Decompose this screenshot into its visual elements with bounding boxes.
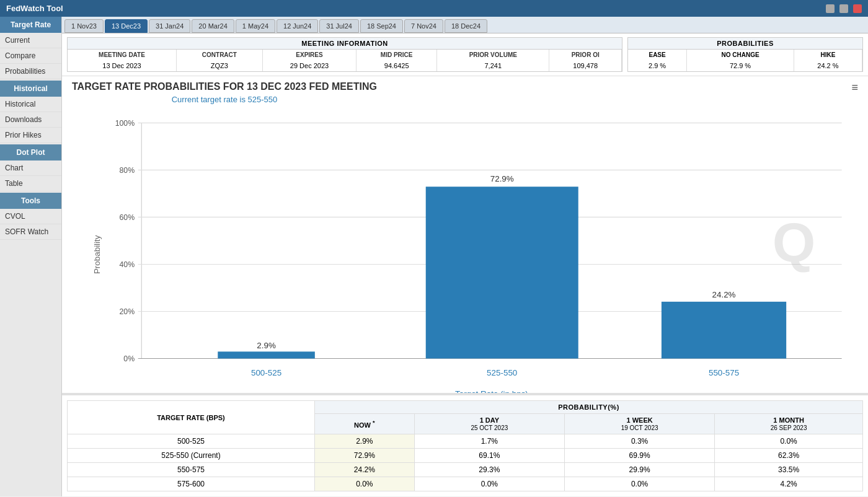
bar-xlabel-550-575: 550-575	[709, 368, 739, 377]
target-rate-header: TARGET RATE (BPS)	[68, 401, 315, 434]
tab-1-May24[interactable]: 1 May24	[236, 19, 275, 33]
close-button[interactable]	[853, 4, 862, 13]
bar-xlabel-500-525: 500-525	[251, 368, 281, 377]
sidebar-item-current[interactable]: Current	[0, 33, 61, 48]
sidebar-section-historical[interactable]: Historical	[0, 81, 61, 97]
watermark: Q	[773, 211, 816, 273]
sidebar-section-target-rate[interactable]: Target Rate	[0, 17, 61, 33]
bar-500-525	[218, 351, 315, 358]
bar-label-525-550: 72.9%	[490, 174, 514, 183]
sidebar-item-table[interactable]: Table	[0, 176, 61, 191]
table-row: 525-550 (Current)72.9%69.1%69.9%62.3%	[68, 449, 863, 463]
sidebar-item-historical[interactable]: Historical	[0, 97, 61, 112]
app-title: FedWatch Tool	[6, 4, 63, 13]
tab-12-Jun24[interactable]: 12 Jun24	[277, 19, 318, 33]
svg-text:20%: 20%	[120, 307, 135, 316]
1day-column-header: 1 DAY25 OCT 2023	[414, 414, 564, 434]
x-axis-label: Target Rate (in bps)	[455, 389, 528, 393]
1week-column-header: 1 WEEK19 OCT 2023	[564, 414, 714, 434]
chart-menu-icon[interactable]: ≡	[851, 81, 858, 94]
bar-xlabel-525-550: 525-550	[487, 368, 517, 377]
tab-31-Jul24[interactable]: 31 Jul24	[319, 19, 359, 33]
tab-20-Mar24[interactable]: 20 Mar24	[192, 19, 234, 33]
app-container: Target Rate Current Compare Probabilitie…	[0, 17, 868, 496]
sidebar-item-downloads[interactable]: Downloads	[0, 112, 61, 128]
svg-text:80%: 80%	[120, 166, 135, 175]
tab-18-Dec24[interactable]: 18 Dec24	[445, 19, 487, 33]
meeting-info-header: MEETING INFORMATION	[68, 38, 622, 50]
sidebar-section-dotplot[interactable]: Dot Plot	[0, 144, 61, 161]
probabilities-panel: PROBABILITIES EASENO CHANGEHIKE 2.9 %72.…	[627, 37, 863, 72]
probabilities-header: PROBABILITIES	[628, 38, 862, 50]
tab-18-Sep24[interactable]: 18 Sep24	[360, 19, 403, 33]
svg-text:0%: 0%	[123, 354, 135, 363]
table-row: 500-5252.9%1.7%0.3%0.0%	[68, 434, 863, 449]
svg-text:60%: 60%	[120, 213, 135, 222]
chart-area: MEETING INFORMATION MEETING DATECONTRACT…	[62, 33, 868, 393]
svg-text:100%: 100%	[115, 119, 135, 128]
bar-label-500-525: 2.9%	[257, 341, 276, 350]
sidebar: Target Rate Current Compare Probabilitie…	[0, 17, 62, 496]
sidebar-item-sofr-watch[interactable]: SOFR Watch	[0, 224, 61, 240]
chart-title-area: TARGET RATE PROBABILITIES FOR 13 DEC 202…	[62, 76, 868, 104]
sidebar-item-probabilities[interactable]: Probabilities	[0, 64, 61, 79]
sidebar-item-cvol[interactable]: CVOL	[0, 209, 61, 224]
svg-text:40%: 40%	[120, 260, 135, 269]
chart-title: TARGET RATE PROBABILITIES FOR 13 DEC 202…	[72, 81, 377, 92]
bottom-table-area: TARGET RATE (BPS) PROBABILITY(%) NOW * 1…	[62, 393, 868, 496]
probabilities-table: EASENO CHANGEHIKE 2.9 %72.9 %24.2 %	[628, 50, 862, 71]
tabs-row: 1 Nov2313 Dec2331 Jan2420 Mar241 May2412…	[62, 17, 868, 33]
probability-header: PROBABILITY(%)	[314, 401, 862, 414]
sidebar-item-chart[interactable]: Chart	[0, 161, 61, 176]
bar-525-550	[426, 187, 578, 358]
meeting-info-section: MEETING INFORMATION MEETING DATECONTRACT…	[62, 33, 868, 76]
1month-column-header: 1 MONTH26 SEP 2023	[715, 414, 863, 434]
tab-31-Jan24[interactable]: 31 Jan24	[149, 19, 190, 33]
bar-chart-container: Probability 100% 80% 60% 40%	[62, 104, 868, 393]
table-row: 550-57524.2%29.3%29.9%33.5%	[68, 463, 863, 477]
table-row: 575-6000.0%0.0%0.0%4.2%	[68, 477, 863, 491]
sidebar-section-tools[interactable]: Tools	[0, 193, 61, 209]
bar-label-550-575: 24.2%	[712, 290, 736, 299]
sidebar-item-prior-hikes[interactable]: Prior Hikes	[0, 128, 61, 143]
bottom-probability-table: TARGET RATE (BPS) PROBABILITY(%) NOW * 1…	[67, 400, 863, 491]
tab-7-Nov24[interactable]: 7 Nov24	[404, 19, 443, 33]
maximize-button[interactable]	[839, 4, 848, 13]
current-rate-label: Current target rate is 525-550	[72, 95, 377, 104]
meeting-info-table: MEETING DATECONTRACTEXPIRESMID PRICEPRIO…	[68, 50, 622, 71]
sidebar-item-compare[interactable]: Compare	[0, 48, 61, 64]
tab-1-Nov23[interactable]: 1 Nov23	[64, 19, 104, 33]
now-column-header: NOW *	[314, 414, 414, 434]
y-axis-label: Probability	[93, 235, 102, 274]
content-area: 1 Nov2313 Dec2331 Jan2420 Mar241 May2412…	[62, 17, 868, 496]
meeting-info-panel: MEETING INFORMATION MEETING DATECONTRACT…	[67, 37, 622, 72]
bar-chart-svg: Probability 100% 80% 60% 40%	[93, 109, 856, 393]
window-controls	[826, 4, 862, 13]
minimize-button[interactable]	[826, 4, 835, 13]
title-bar: FedWatch Tool	[0, 0, 868, 17]
bar-550-575	[662, 302, 786, 359]
tab-13-Dec23[interactable]: 13 Dec23	[105, 19, 148, 33]
